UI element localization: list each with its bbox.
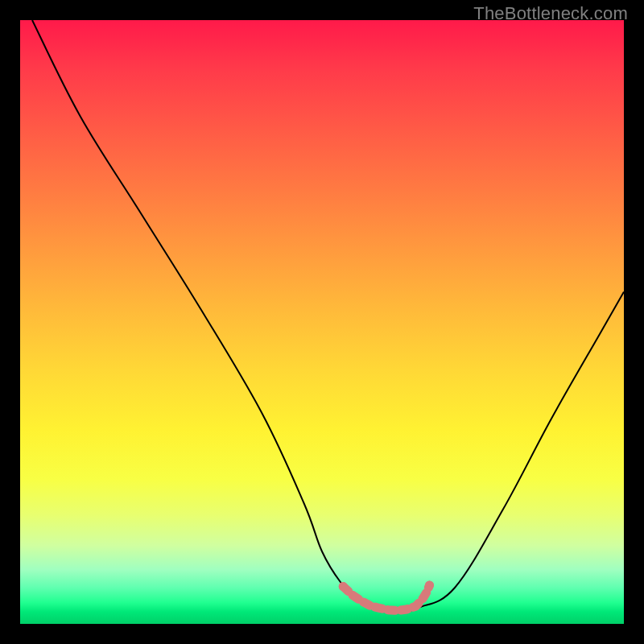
watermark-text: TheBottleneck.com [473,3,628,24]
curve-layer [20,20,624,624]
highlight-dot [339,582,348,591]
highlight-band [343,585,429,611]
bottleneck-curve [32,20,624,612]
plot-area [20,20,624,624]
highlight-dot [425,581,434,590]
chart-container: TheBottleneck.com [0,0,644,644]
